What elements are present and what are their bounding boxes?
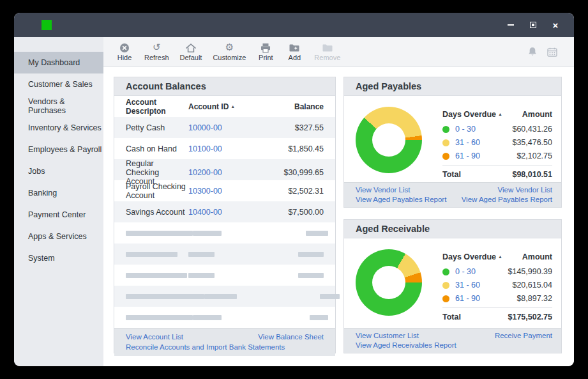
close-icon: ×	[553, 20, 559, 30]
view-vendor-list-link[interactable]: View Vendor List	[356, 186, 446, 194]
view-aged-receivables-report-link[interactable]: View Aged Receivables Report	[356, 341, 456, 349]
table-row: Regular Checking Account 10200-00 $30,99…	[114, 159, 335, 180]
sidebar-item-my-dashboard[interactable]: My Dashboard	[14, 52, 103, 73]
account-balance: $7,500.00	[256, 208, 324, 217]
legend-row: 61 - 90 $2,102.75	[442, 151, 552, 160]
title-bar: ×	[14, 13, 574, 37]
table-row: Cash on Hand 10100-00 $1,850.45	[114, 138, 335, 159]
default-button[interactable]: Default	[177, 41, 205, 63]
dashboard-main: Account Balances Account Descripton Acco…	[103, 67, 574, 366]
panel-title: Aged Payables	[356, 81, 421, 91]
skeleton-bar	[298, 273, 324, 278]
sidebar-item-employees-payroll[interactable]: Employees & Payroll	[14, 139, 103, 160]
skeleton-bar	[204, 294, 237, 299]
skeleton-row	[114, 286, 335, 307]
skeleton-bar	[126, 273, 187, 278]
sidebar-item-apps-services[interactable]: Apps & Services	[14, 226, 103, 247]
aged-payables-header: Aged Payables	[344, 77, 561, 96]
close-button[interactable]: ×	[551, 20, 560, 29]
remove-label: Remove	[314, 54, 340, 61]
skeleton-bar	[188, 273, 215, 278]
print-button[interactable]: Print	[254, 41, 277, 63]
account-balance: $2,502.31	[256, 187, 324, 196]
maximize-button[interactable]	[529, 20, 538, 29]
aged-payables-legend: Days Overdue▲ Amount 0 - 30 $60,431.26	[442, 110, 552, 182]
account-id-link[interactable]: 10400-00	[188, 208, 222, 217]
table-column-headers: Account Descripton Account ID▲ Balance	[114, 96, 335, 117]
aged-payables-panel: Aged Payables Days Overdue▲ Amount	[343, 77, 562, 208]
aged-receivable-panel: Aged Receivable Days Overdue▲ Amount	[343, 219, 562, 353]
gear-icon: ⚙	[225, 42, 234, 53]
skeleton-bar	[298, 252, 324, 257]
sidebar-item-system[interactable]: System	[14, 247, 103, 269]
view-aged-payables-report-link[interactable]: View Aged Payables Report	[462, 196, 552, 203]
sort-asc-icon: ▲	[230, 104, 235, 109]
sidebar-item-vendors-purchases[interactable]: Vendors & Purchases	[14, 95, 103, 117]
printer-icon	[260, 42, 271, 53]
minimize-button[interactable]	[506, 20, 515, 29]
legend-col-days-overdue[interactable]: Days Overdue▲	[442, 110, 502, 119]
legend-col-days-overdue[interactable]: Days Overdue▲	[442, 252, 502, 261]
view-account-list-link[interactable]: View Account List	[126, 333, 183, 341]
account-description: Petty Cash	[126, 123, 188, 132]
sidebar-item-inventory-services[interactable]: Inventory & Services	[14, 117, 103, 139]
view-balance-sheet-link[interactable]: View Balance Sheet	[258, 333, 324, 341]
total-label: Total	[442, 170, 461, 179]
skeleton-bar	[306, 231, 328, 236]
add-button[interactable]: Add	[283, 41, 306, 63]
legend-row: 61 - 90 $8,897.32	[442, 294, 552, 303]
refresh-label: Refresh	[144, 54, 169, 61]
range-31-60-link[interactable]: 31 - 60	[455, 281, 480, 290]
legend-row: 0 - 30 $60,431.26	[442, 125, 552, 134]
add-label: Add	[289, 54, 301, 61]
aged-payables-donut-chart	[356, 107, 422, 173]
folder-icon	[322, 42, 333, 53]
skeleton-bar	[126, 294, 204, 299]
skeleton-bar	[126, 231, 193, 236]
reconcile-accounts-link[interactable]: Reconcile Accounts and Import Bank State…	[126, 343, 285, 351]
maximize-icon	[530, 22, 536, 28]
account-id-link[interactable]: 10000-00	[188, 123, 222, 132]
amount-value: $8,897.32	[516, 294, 552, 303]
amount-value: $145,990.39	[508, 267, 552, 276]
calendar-icon[interactable]	[547, 47, 557, 57]
app-window: × My Dashboard Customer & Sales Vendors …	[14, 13, 574, 366]
view-aged-payables-report-link[interactable]: View Aged Payables Report	[356, 196, 446, 203]
sidebar-item-customer-sales[interactable]: Customer & Sales	[14, 73, 103, 95]
sidebar-item-banking[interactable]: Banking	[14, 182, 103, 204]
range-0-30-link[interactable]: 0 - 30	[455, 267, 476, 276]
account-id-link[interactable]: 10300-00	[188, 187, 222, 196]
customize-button[interactable]: ⚙ Customize	[210, 41, 248, 63]
legend-col-amount: Amount	[522, 252, 552, 261]
yellow-dot-icon	[442, 282, 449, 289]
bell-icon[interactable]	[527, 47, 538, 57]
orange-dot-icon	[442, 295, 449, 302]
account-id-link[interactable]: 10100-00	[188, 144, 222, 153]
sidebar: My Dashboard Customer & Sales Vendors & …	[14, 37, 103, 366]
range-0-30-link[interactable]: 0 - 30	[455, 125, 476, 134]
receive-payment-link[interactable]: Receive Payment	[495, 332, 552, 339]
sidebar-item-jobs[interactable]: Jobs	[14, 160, 103, 182]
column-account-description[interactable]: Account Descripton	[126, 98, 188, 116]
column-account-id[interactable]: Account ID▲	[188, 102, 256, 111]
hide-button[interactable]: Hide	[113, 41, 136, 63]
sidebar-item-payment-center[interactable]: Payment Center	[14, 204, 103, 226]
skeleton-bar	[126, 315, 193, 320]
range-61-90-link[interactable]: 61 - 90	[455, 151, 480, 160]
legend-col-amount: Amount	[522, 110, 552, 119]
view-customer-list-link[interactable]: View Customer List	[356, 332, 456, 339]
range-31-60-link[interactable]: 31 - 60	[455, 138, 480, 147]
account-description: Payroll Checking Account	[126, 182, 188, 200]
refresh-button[interactable]: ↺ Refresh	[142, 41, 172, 63]
view-vendor-list-link[interactable]: View Vendor List	[462, 186, 552, 194]
column-balance[interactable]: Balance	[256, 102, 324, 111]
account-id-link[interactable]: 10200-00	[188, 168, 222, 177]
green-dot-icon	[442, 126, 449, 133]
minimize-icon	[508, 24, 514, 26]
table-row: Payroll Checking Account 10300-00 $2,502…	[114, 180, 335, 201]
yellow-dot-icon	[442, 139, 449, 146]
range-61-90-link[interactable]: 61 - 90	[455, 294, 480, 303]
window-controls: ×	[506, 20, 560, 29]
skeleton-row	[114, 307, 335, 328]
panel-title: Aged Receivable	[356, 224, 430, 234]
